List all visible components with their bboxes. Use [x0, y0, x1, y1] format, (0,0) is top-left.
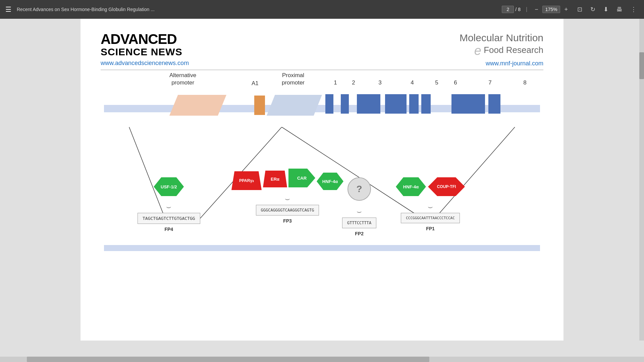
- fit-page-button[interactable]: ⊡: [575, 4, 584, 14]
- exon-number-row: 1 2 3 4 5 6 7 8: [327, 79, 535, 86]
- exon-label-3: 3: [363, 79, 397, 86]
- hnf4a1-tf: HNF-4α: [317, 173, 343, 190]
- fp1-section: HNF-4α COUP-TFI ⌣ CCCGGGCAATTTAACCCTCCAC…: [396, 177, 465, 231]
- logo-right: Molecular Nutrition e Food Research www.…: [460, 32, 543, 67]
- rotate-button[interactable]: ↻: [588, 4, 597, 14]
- bottom-scrollbar-right: [429, 357, 644, 362]
- fp3-brace: ⌣: [285, 194, 290, 203]
- toolbar-right: ⊡ ↻ ⬇ 🖶 ⋮: [575, 4, 639, 14]
- unknown-tf: ?: [347, 177, 371, 201]
- page-header: ADVANCED SCIENCE NEWS www.advancedscienc…: [101, 32, 543, 67]
- fp1-sequence: CCCGGGCAATTTAACCCTCCAC: [401, 213, 460, 223]
- exon-label-6: 6: [446, 79, 465, 86]
- exon-label-4: 4: [397, 79, 428, 86]
- bottom-gene-track: [104, 245, 540, 251]
- alt-promoter-shape: [169, 95, 226, 116]
- car-tf-wrapper: CAR: [288, 173, 315, 187]
- fp4-sequence: TAGCTGAGTCTTGTGACTGG: [138, 213, 200, 224]
- fp3-section: PPARγ₂ ERα CAR HNF-4α: [231, 171, 343, 224]
- exon-label-8: 8: [515, 79, 535, 86]
- content-area: ADVANCED SCIENCE NEWS www.advancedscienc…: [0, 19, 644, 362]
- alt-promoter-label: Alternativepromoter: [169, 72, 196, 86]
- fp2-brace: ⌣: [357, 207, 362, 216]
- fp2-section: ? ⌣ GTTTCCTTTA FP2: [342, 177, 376, 236]
- fp3-tf-container: PPARγ₂ ERα CAR HNF-4α: [231, 171, 343, 190]
- usf-tf: USF-1/2: [154, 177, 184, 196]
- print-button[interactable]: 🖶: [614, 5, 625, 14]
- gene-track: Alternativepromoter A1 Proximalpromoter …: [104, 90, 540, 124]
- fp2-label: FP2: [355, 231, 364, 236]
- exon-label-2: 2: [344, 79, 363, 86]
- zoom-controls: − 175% +: [533, 5, 570, 14]
- exon-boxes: [325, 94, 501, 114]
- fp4-label: FP4: [164, 227, 173, 232]
- header-divider: [101, 70, 543, 70]
- exon-4: [385, 94, 407, 114]
- a1-box: [254, 96, 265, 115]
- car-tf: CAR: [288, 169, 315, 187]
- page-input[interactable]: 2: [502, 6, 514, 13]
- exon-1: [325, 94, 333, 114]
- era-tf: ERα: [263, 171, 287, 187]
- exon-label-1: 1: [327, 79, 344, 86]
- logo-science-news-text: SCIENCE NEWS: [101, 46, 189, 58]
- page-navigation: 2 / 8: [502, 6, 521, 13]
- right-scrollbar[interactable]: [639, 19, 644, 341]
- bottom-scrollbar-thumb[interactable]: [27, 357, 429, 362]
- zoom-out-button[interactable]: −: [533, 5, 540, 14]
- exon-label-5: 5: [428, 79, 446, 86]
- prox-promoter-label: Proximalpromoter: [282, 72, 305, 86]
- mnf-journal-link[interactable]: www.mnf-journal.com: [486, 60, 543, 67]
- more-button[interactable]: ⋮: [629, 4, 639, 14]
- e-icon: e: [474, 44, 481, 58]
- menu-icon[interactable]: ☰: [5, 5, 11, 13]
- a1-label: A1: [252, 80, 259, 87]
- fp4-section: USF-1/2 ⌣ TAGCTGAGTCTTGTGACTGG FP4: [138, 177, 200, 232]
- fp4-brace: ⌣: [166, 202, 171, 212]
- exon-2: [341, 94, 349, 114]
- fp4-tf-container: USF-1/2: [154, 177, 184, 196]
- coup-tf: COUP-TFI: [428, 177, 465, 196]
- exon-7: [451, 94, 485, 114]
- page-total: 8: [518, 7, 521, 12]
- right-scrollbar-thumb[interactable]: [639, 52, 644, 79]
- zoom-level: 175%: [542, 6, 560, 13]
- separator-1: |: [526, 6, 527, 12]
- fp3-sequence: GGGCAGGGGTCAAGGGTCAGTG: [256, 205, 319, 216]
- zoom-in-button[interactable]: +: [562, 5, 570, 14]
- page-separator: /: [515, 7, 517, 12]
- exon-6: [421, 94, 431, 114]
- lower-section: USF-1/2 ⌣ TAGCTGAGTCTTGTGACTGG FP4 P: [104, 127, 540, 261]
- ppar-tf: PPARγ₂: [231, 171, 262, 190]
- fp1-brace: ⌣: [428, 202, 433, 212]
- fp3-label: FP3: [283, 218, 292, 224]
- fp2-tf-container: ?: [347, 177, 371, 201]
- logo-left: ADVANCED SCIENCE NEWS www.advancedscienc…: [101, 32, 189, 67]
- document-title: Recent Advances on Sex Hormone-Binding G…: [17, 7, 496, 12]
- exon-label-7: 7: [465, 79, 515, 86]
- fp2-sequence: GTTTCCTTTA: [342, 218, 376, 228]
- prox-promoter-shape: [267, 95, 322, 116]
- pdf-page: ADVANCED SCIENCE NEWS www.advancedscienc…: [80, 19, 564, 341]
- toolbar: ☰ Recent Advances on Sex Hormone-Binding…: [0, 0, 644, 19]
- download-button[interactable]: ⬇: [601, 4, 610, 14]
- bottom-scrollbar[interactable]: [0, 357, 644, 362]
- hnf4a2-tf: HNF-4α: [396, 177, 426, 196]
- efood-logo: e Food Research: [474, 44, 543, 58]
- exon-8: [488, 94, 500, 114]
- exon-5: [409, 94, 419, 114]
- fp1-tf-container: HNF-4α COUP-TFI: [396, 177, 465, 196]
- advanced-science-news-link[interactable]: www.advancedsciencenews.com: [101, 60, 189, 67]
- food-research-text: Food Research: [484, 45, 543, 55]
- gene-diagram: Alternativepromoter A1 Proximalpromoter …: [104, 90, 540, 261]
- molnutr-logo: Molecular Nutrition: [460, 32, 543, 44]
- fp1-label: FP1: [426, 226, 435, 231]
- exon-3: [357, 94, 380, 114]
- logo-advanced-text: ADVANCED: [101, 32, 189, 46]
- bottom-scrollbar-left: [0, 357, 27, 362]
- molnutr-text: Molecular Nutrition: [460, 32, 543, 43]
